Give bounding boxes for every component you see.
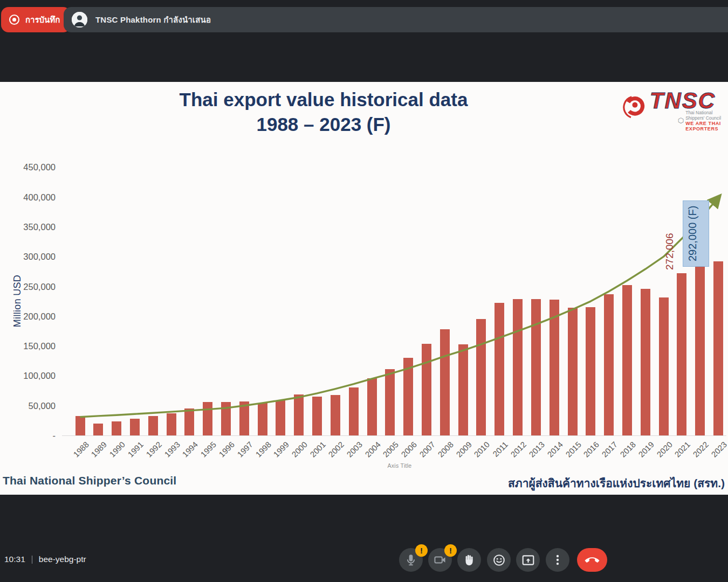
bar-chart: -50,000100,000150,000200,000250,000300,0… [0,82,728,495]
bar-2001[interactable] [312,397,322,435]
meeting-code: bee-yebg-ptr [39,555,86,564]
bar-2010[interactable] [476,319,486,435]
bar-2011[interactable] [495,303,504,435]
microphone-button[interactable]: ! [399,548,423,572]
raise-hand-icon [462,553,476,567]
bar-2000[interactable] [294,394,304,435]
bar-1996[interactable] [221,402,231,435]
more-options-icon [551,553,565,567]
recording-label: การบันทึก [25,13,60,26]
present-screen-button[interactable] [516,548,540,572]
x-tick-label: 2009 [454,440,473,459]
bar-2003[interactable] [349,387,359,435]
x-tick-label: 2007 [417,440,437,459]
smiley-icon [492,553,506,567]
bar-2012[interactable] [513,299,523,435]
recording-indicator[interactable]: การบันทึก [1,7,71,32]
bar-1993[interactable] [167,413,176,435]
x-axis-line [62,435,726,436]
bar-1988[interactable] [75,416,85,435]
bar-2009[interactable] [458,344,468,435]
x-tick-label: 1995 [199,440,218,459]
divider [32,556,32,564]
x-tick-label: 2022 [691,440,711,459]
x-tick-label: 1993 [162,440,182,459]
x-tick-label: 1996 [217,440,236,459]
x-tick-label: 2020 [655,440,674,459]
record-icon [9,15,19,25]
camera-button[interactable]: ! [428,548,452,572]
y-tick-label: 200,000 [10,311,56,322]
bar-2002[interactable] [331,395,340,435]
bar-2006[interactable] [403,358,413,435]
x-tick-label: 1997 [235,440,255,459]
raise-hand-button[interactable] [457,548,481,572]
camera-icon [433,553,447,567]
x-tick-label: 2019 [636,440,656,459]
x-tick-label: 2017 [600,440,620,459]
bar-2018[interactable] [622,285,632,435]
present-screen-icon [521,553,535,567]
x-tick-label: 1991 [126,440,145,459]
x-tick-label: 2008 [436,440,455,459]
x-tick-label: 2014 [545,440,565,459]
bar-value-label-2023: 292,000 (F) [683,200,709,267]
end-call-icon [585,552,600,567]
microphone-icon [404,553,418,567]
bar-2014[interactable] [550,300,559,435]
x-tick-label: 1999 [272,440,291,459]
bar-2017[interactable] [604,294,614,435]
bar-2015[interactable] [568,308,578,435]
mic-warning-badge: ! [415,544,428,557]
x-tick-label: 1988 [71,440,91,459]
more-options-button[interactable] [546,548,569,572]
x-tick-label: 1989 [90,440,109,459]
x-tick-label: 2005 [381,440,401,459]
x-tick-label: 1992 [144,440,163,459]
presenter-avatar [72,12,87,27]
bar-value-label-2021: 272,006 [664,233,676,270]
bar-1994[interactable] [184,408,194,435]
y-tick-label: 450,000 [10,162,56,172]
bar-2020[interactable] [659,297,669,435]
bar-2023[interactable] [713,261,723,435]
bar-1992[interactable] [148,416,158,435]
x-tick-label: 2010 [472,440,492,459]
bar-2021[interactable] [677,273,686,435]
bar-1991[interactable] [130,419,140,435]
slide-footer-right: สภาผู้ส่งสินค้าทางเรือแห่งประเทศไทย (สรท… [508,474,725,492]
bar-2008[interactable] [440,329,450,435]
bar-1998[interactable] [258,403,267,435]
shared-slide: Thai export value historical data 1988 –… [0,82,728,495]
bar-2007[interactable] [422,344,431,435]
bar-2016[interactable] [586,307,595,435]
x-tick-label: 2006 [400,440,419,459]
y-tick-label: 100,000 [10,370,56,381]
end-call-button[interactable] [577,548,607,572]
person-icon [72,12,87,27]
x-tick-label: 2003 [345,440,364,459]
reactions-button[interactable] [487,548,511,572]
y-tick-label: 300,000 [10,251,56,262]
y-tick-label: - [10,430,56,441]
x-tick-label: 2015 [564,440,583,459]
bar-2019[interactable] [641,289,650,435]
x-tick-label: 2000 [290,440,310,459]
x-tick-label: 2002 [326,440,346,459]
bar-2013[interactable] [531,299,541,435]
x-axis-title: Axis Title [387,462,411,469]
bar-1999[interactable] [276,400,285,435]
presenter-banner[interactable]: TNSC Phakthorn กำลังนำเสนอ [64,7,728,32]
bar-1997[interactable] [239,401,249,435]
y-tick-label: 250,000 [10,281,56,292]
bar-2005[interactable] [385,369,395,435]
bar-1995[interactable] [203,402,212,435]
bar-1989[interactable] [93,424,103,435]
camera-warning-badge: ! [444,544,457,557]
y-tick-label: 150,000 [10,341,56,351]
bar-2022[interactable] [695,265,705,435]
bar-1990[interactable] [112,421,121,435]
x-tick-label: 1990 [108,440,127,459]
bar-2004[interactable] [367,378,377,435]
x-tick-label: 2012 [509,440,528,459]
